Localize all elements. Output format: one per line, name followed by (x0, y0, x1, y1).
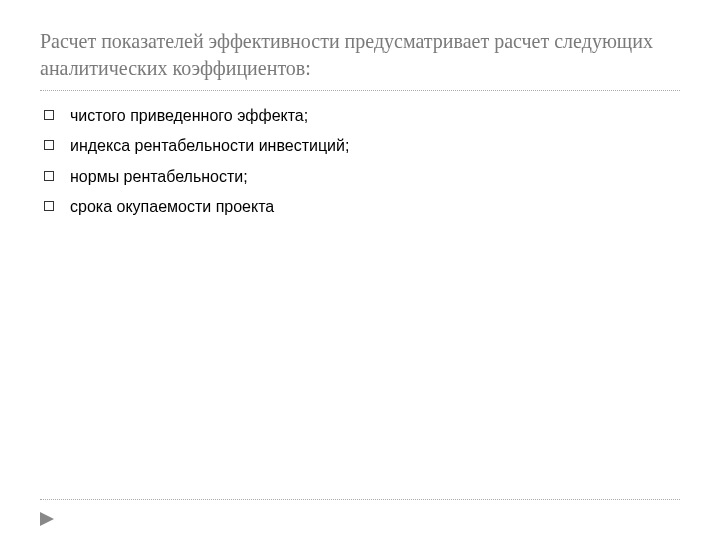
list-item-text: чистого приведенного эффекта; (70, 105, 308, 127)
list-item: чистого приведенного эффекта; (44, 105, 680, 127)
slide-title: Расчет показателей эффективности предусм… (40, 28, 680, 82)
divider-top (40, 90, 680, 91)
bullet-list: чистого приведенного эффекта; индекса ре… (40, 105, 680, 219)
divider-bottom (40, 499, 680, 500)
list-item-text: срока окупаемости проекта (70, 196, 274, 218)
list-item-text: нормы рентабельности; (70, 166, 248, 188)
bullet-icon (44, 110, 54, 120)
bullet-icon (44, 171, 54, 181)
slide-container: Расчет показателей эффективности предусм… (0, 0, 720, 540)
bullet-icon (44, 140, 54, 150)
bullet-icon (44, 201, 54, 211)
list-item-text: индекса рентабельности инвестиций; (70, 135, 349, 157)
list-item: срока окупаемости проекта (44, 196, 680, 218)
arrow-right-icon (40, 512, 54, 526)
list-item: нормы рентабельности; (44, 166, 680, 188)
list-item: индекса рентабельности инвестиций; (44, 135, 680, 157)
